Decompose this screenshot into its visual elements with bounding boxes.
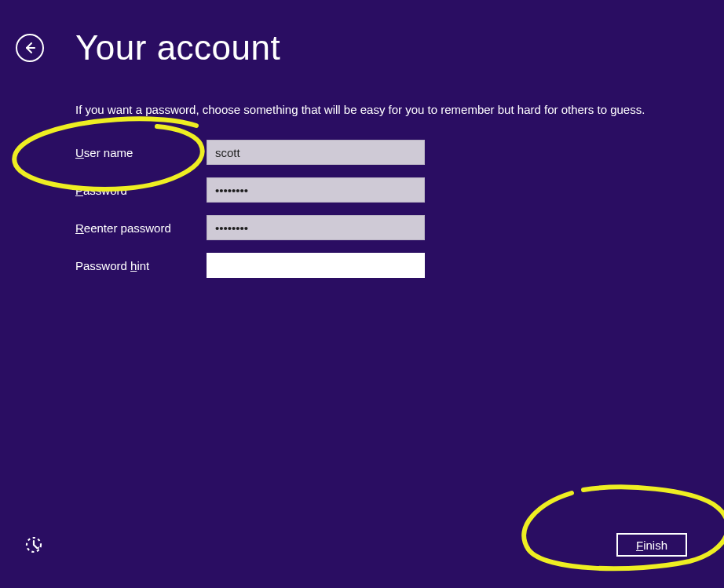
ease-of-access-button[interactable] xyxy=(24,535,44,555)
footer: Finish xyxy=(0,533,724,557)
annotation-circle-finish xyxy=(509,479,724,581)
row-password: Password xyxy=(75,177,656,203)
back-button[interactable] xyxy=(16,34,44,62)
row-hint: Password hint xyxy=(75,253,656,278)
ease-of-access-icon xyxy=(24,535,44,555)
instructions-text: If you want a password, choose something… xyxy=(75,102,656,118)
label-hint: Password hint xyxy=(75,259,207,272)
label-password: Password xyxy=(75,184,207,197)
row-username: User name xyxy=(75,140,656,165)
label-username: User name xyxy=(75,146,207,159)
password-hint-input[interactable] xyxy=(207,253,425,278)
arrow-left-icon xyxy=(22,40,38,56)
page-title: Your account xyxy=(75,28,280,68)
finish-button[interactable]: Finish xyxy=(616,533,687,557)
content-area: If you want a password, choose something… xyxy=(75,102,656,290)
password-input[interactable] xyxy=(207,177,425,203)
header: Your account xyxy=(0,0,724,68)
username-input[interactable] xyxy=(207,140,425,165)
reenter-password-input[interactable] xyxy=(207,215,425,240)
label-reenter: Reenter password xyxy=(75,221,207,235)
row-reenter: Reenter password xyxy=(75,215,656,240)
